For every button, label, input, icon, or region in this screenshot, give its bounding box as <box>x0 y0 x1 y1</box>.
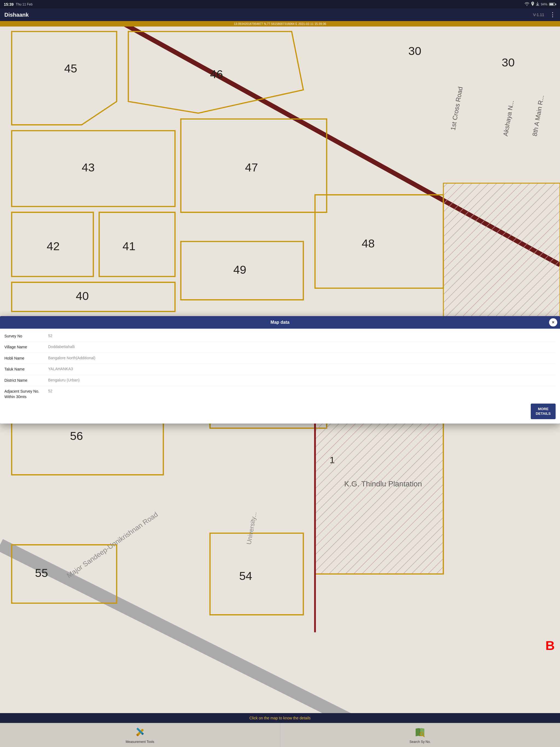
tab-search-sy-no[interactable]: Search Sy No. <box>280 723 560 747</box>
data-label: Taluk Name <box>4 367 48 372</box>
gps-bar: 13.093420187954877 N,77.56158007316064 E… <box>0 21 560 27</box>
data-row: Survey No 52 <box>4 331 556 342</box>
modal-title: Map data <box>271 320 289 325</box>
app-version: V-1.11 <box>533 12 544 17</box>
gps-coordinates: 13.093420187954877 N,77.56158007316064 E… <box>234 22 326 25</box>
click-hint-bar: Click on the map to know the details <box>0 713 560 723</box>
location-icon <box>531 2 534 7</box>
modal-body: Survey No 52 Village Name Doddabettahall… <box>0 329 560 424</box>
app-title: Dishaank <box>4 12 29 18</box>
svg-text:49: 49 <box>233 263 246 276</box>
modal-footer: MOREDETAILS <box>4 403 556 419</box>
svg-text:41: 41 <box>123 239 135 253</box>
data-label: District Name <box>4 378 48 383</box>
screen: 15:39 Thu 11 Feb <box>0 0 560 747</box>
svg-text:54: 54 <box>239 569 252 583</box>
data-value: YALAHANKA3 <box>48 367 556 371</box>
measurement-tools-icon <box>134 726 146 739</box>
data-value: 52 <box>48 389 556 393</box>
more-details-button[interactable]: MOREDETAILS <box>531 404 556 419</box>
status-icons: 94% <box>525 2 556 7</box>
measurement-tools-label: Measurement Tools <box>126 740 154 744</box>
modal-rows: Survey No 52 Village Name Doddabettahall… <box>4 331 556 403</box>
svg-text:56: 56 <box>70 429 83 442</box>
data-value: Bengaluru (Urban) <box>48 378 556 382</box>
search-sy-label: Search Sy No. <box>410 740 431 744</box>
svg-text:42: 42 <box>47 239 59 253</box>
tab-bar: Measurement Tools Search Sy No. <box>0 723 560 747</box>
app-header: Dishaank V-1.11 ⋮ <box>0 8 560 21</box>
svg-text:45: 45 <box>64 62 77 75</box>
data-label: Hobli Name <box>4 356 48 361</box>
battery-icon <box>549 3 556 6</box>
svg-text:46: 46 <box>210 68 223 81</box>
data-row: Hobli Name Bangalore North(Additional) <box>4 353 556 364</box>
data-label: Adjacent Survey No. Within 30mts <box>4 389 48 400</box>
svg-text:40: 40 <box>76 289 88 302</box>
battery-label: 94% <box>541 2 548 6</box>
svg-text:47: 47 <box>245 161 258 174</box>
svg-text:30: 30 <box>502 56 515 69</box>
click-hint-text: Click on the map to know the details <box>249 716 311 720</box>
time: 15:39 <box>4 2 14 6</box>
svg-text:B: B <box>545 638 555 652</box>
data-label: Survey No <box>4 334 48 339</box>
tab-measurement-tools[interactable]: Measurement Tools <box>0 723 280 747</box>
wifi-icon <box>525 2 529 6</box>
more-menu-button[interactable]: ⋮ <box>550 11 556 18</box>
data-value: Bangalore North(Additional) <box>48 356 556 360</box>
modal-header: Map data × <box>0 316 560 329</box>
data-value: 52 <box>48 334 556 338</box>
svg-text:55: 55 <box>35 566 48 579</box>
data-row: Village Name Doddabettahalli <box>4 342 556 353</box>
svg-text:30: 30 <box>408 44 421 57</box>
search-sy-icon <box>414 726 426 739</box>
data-row: District Name Bengaluru (Urban) <box>4 375 556 386</box>
modal-dialog: Map data × Survey No 52 Village Name Dod… <box>0 316 560 424</box>
data-row: Taluk Name YALAHANKA3 <box>4 364 556 375</box>
map-container[interactable]: 45 46 43 47 42 41 40 49 48 30 30 1st Cro… <box>0 27 560 713</box>
download-icon <box>536 2 539 6</box>
svg-text:43: 43 <box>82 161 95 174</box>
data-row: Adjacent Survey No. Within 30mts 52 <box>4 386 556 403</box>
svg-text:48: 48 <box>362 237 375 250</box>
data-label: Village Name <box>4 344 48 350</box>
modal-close-button[interactable]: × <box>549 318 557 327</box>
status-bar: 15:39 Thu 11 Feb <box>0 0 560 8</box>
map-data-modal: Map data × Survey No 52 Village Name Dod… <box>0 316 560 424</box>
data-value: Doddabettahalli <box>48 344 556 349</box>
date: Thu 11 Feb <box>16 2 32 6</box>
